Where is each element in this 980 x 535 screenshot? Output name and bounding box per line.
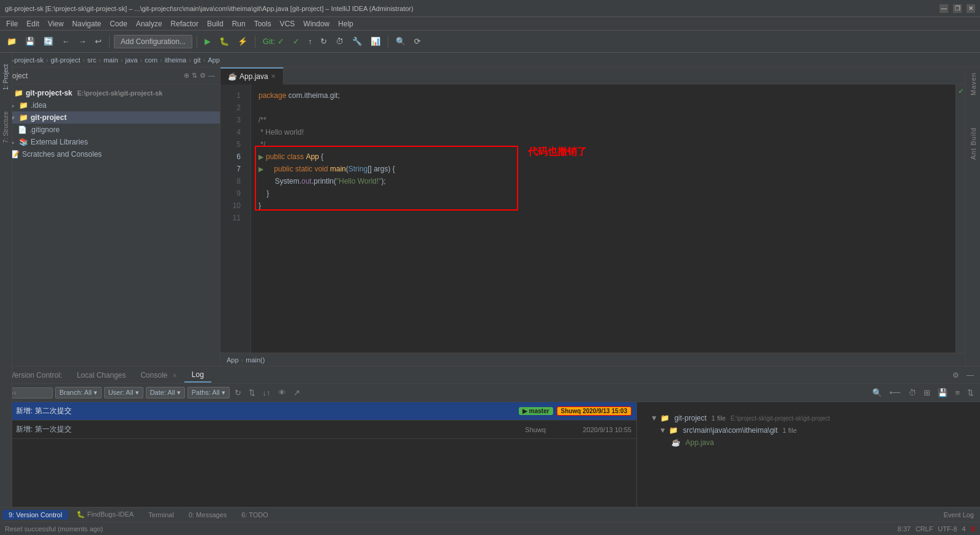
vc-search2-btn[interactable]: 🔍 — [870, 387, 884, 398]
subdir-icon: 📁 — [669, 426, 678, 435]
bc-main[interactable]: main — [104, 56, 118, 64]
vc-grid-btn[interactable]: ⊞ — [921, 387, 933, 398]
line-num-1: 1 — [221, 89, 244, 102]
vc-clock-btn[interactable]: ⏱ — [906, 387, 919, 398]
git-update-btn[interactable]: ↻ — [317, 35, 330, 48]
commit-row-2[interactable]: 新增: 第一次提交 Shuwq 2020/9/13 10:55 — [0, 421, 636, 439]
add-icon[interactable]: ⊕ — [184, 72, 189, 80]
tab-messages[interactable]: 0: Messages — [183, 510, 233, 520]
toolbar-revert-btn[interactable]: ↩ — [92, 35, 105, 48]
bc-app[interactable]: App — [208, 56, 220, 64]
toolbar-open-btn[interactable]: 📁 — [4, 35, 20, 48]
detail-subdir-item[interactable]: ▼ 📁 src\main\java\com\itheima\git 1 file — [647, 424, 970, 436]
detail-project-item[interactable]: ▼ 📁 git-project 1 file E:\project-sk\git… — [647, 412, 970, 424]
menu-view[interactable]: View — [44, 18, 67, 29]
toolbar-back-btn[interactable]: ← — [59, 35, 73, 48]
vc-prev-btn[interactable]: ≡ — [952, 387, 962, 398]
tree-item-root[interactable]: ▼ 📁 git-project-sk E:\project-sk\git-pro… — [0, 87, 220, 99]
vc-tab-local-changes[interactable]: Local Changes — [69, 369, 133, 382]
far-right-strip: Maven Ant Build — [965, 67, 980, 366]
vc-refresh-btn[interactable]: ↻ — [232, 387, 244, 398]
tree-item-gitignore[interactable]: 📄 .gitignore — [0, 124, 220, 136]
bc-java[interactable]: java — [125, 56, 137, 64]
menu-analyze[interactable]: Analyze — [132, 18, 166, 29]
eb-app[interactable]: App — [227, 356, 239, 364]
menu-code[interactable]: Code — [106, 18, 131, 29]
tab-terminal[interactable]: Terminal — [142, 510, 180, 520]
close-button[interactable]: ✕ — [967, 4, 975, 13]
search-btn[interactable]: 🔍 — [393, 35, 409, 48]
minimize-button[interactable]: — — [940, 4, 948, 13]
git-check-btn[interactable]: ✓ — [290, 35, 303, 48]
tree-item-ext-libs[interactable]: ▶ 📚 External Libraries — [0, 136, 220, 148]
add-configuration-button[interactable]: Add Configuration... — [114, 35, 192, 48]
event-log-btn[interactable]: Event Log — [940, 510, 978, 520]
tab-findbugs[interactable]: 🐛 FindBugs-IDEA — [70, 509, 140, 520]
project-side-label[interactable]: 1: Project — [0, 53, 12, 102]
tree-item-idea[interactable]: ▶ 📁 .idea — [0, 99, 220, 111]
vc-expand-btn[interactable]: ⇅ — [965, 387, 976, 398]
date-filter[interactable]: Date: All ▾ — [146, 387, 185, 398]
vc-minimize-icon[interactable]: — — [963, 370, 978, 381]
git-tool2-btn[interactable]: 📊 — [368, 35, 383, 48]
sync2-btn[interactable]: ⟳ — [411, 35, 424, 48]
vc-sort-btn[interactable]: ↓↑ — [260, 387, 273, 398]
tree-item-scratches[interactable]: 📝 Scratches and Consoles — [0, 148, 220, 160]
menu-window[interactable]: Window — [300, 18, 333, 29]
toolbar-save-btn[interactable]: 💾 — [22, 35, 38, 48]
debug-button[interactable]: 🐛 — [216, 35, 232, 48]
run-with-coverage-btn[interactable]: ⚡ — [235, 35, 251, 48]
menu-edit[interactable]: Edit — [23, 18, 43, 29]
git-push-btn[interactable]: ↑ — [305, 35, 315, 48]
bc-git-project[interactable]: git-project — [51, 56, 80, 64]
maven-label[interactable]: Maven — [970, 72, 977, 95]
menu-run[interactable]: Run — [228, 18, 249, 29]
hide-icon[interactable]: — — [208, 72, 215, 80]
bc-itheima[interactable]: itheima — [165, 56, 186, 64]
menu-help[interactable]: Help — [334, 18, 357, 29]
settings-icon[interactable]: ⚙ — [200, 72, 206, 80]
eb-main[interactable]: main() — [246, 356, 265, 364]
git-tool1-btn[interactable]: 🔧 — [349, 35, 365, 48]
vc-fetch-btn[interactable]: ⇅ — [246, 387, 258, 398]
user-filter[interactable]: User: All ▾ — [104, 387, 143, 398]
commit-row-1[interactable]: 新增: 第二次提交 ▶ master Shuwq 2020/9/13 15:03 — [0, 402, 636, 421]
menu-tools[interactable]: Tools — [251, 18, 275, 29]
menu-vcs[interactable]: VCS — [276, 18, 299, 29]
git-status-btn[interactable]: Git: ✓ — [260, 35, 287, 48]
tab-app-java[interactable]: ☕ App.java ✕ — [221, 67, 284, 84]
menu-navigate[interactable]: Navigate — [69, 18, 105, 29]
bc-com[interactable]: com — [145, 56, 157, 64]
vc-gear-icon[interactable]: ⚙ — [949, 370, 963, 381]
git-history-btn[interactable]: ⏱ — [333, 35, 347, 48]
menu-file[interactable]: File — [2, 18, 21, 29]
bc-git[interactable]: git — [194, 56, 201, 64]
vc-tab-console[interactable]: Console ✕ — [133, 369, 184, 382]
vc-eye-btn[interactable]: 👁 — [276, 387, 288, 398]
bc-src[interactable]: src — [88, 56, 97, 64]
idea-folder-icon: 📁 — [18, 100, 28, 110]
console-close[interactable]: ✕ — [172, 372, 177, 379]
vc-export-btn[interactable]: ↗ — [291, 387, 303, 398]
menu-refactor[interactable]: Refactor — [167, 18, 202, 29]
menu-build[interactable]: Build — [203, 18, 227, 29]
detail-file-item[interactable]: ☕ App.java — [647, 436, 970, 449]
sort-icon[interactable]: ⇅ — [192, 72, 197, 80]
restore-button[interactable]: ❐ — [953, 4, 962, 13]
tree-item-git-project[interactable]: ▼ 📁 git-project — [0, 111, 220, 124]
tab-close-btn[interactable]: ✕ — [271, 73, 276, 80]
line-num-3: 3 — [221, 114, 244, 126]
run-button[interactable]: ▶ — [202, 35, 214, 48]
branch-filter[interactable]: Branch: All ▾ — [55, 387, 102, 398]
toolbar-sync-btn[interactable]: 🔄 — [40, 35, 56, 48]
paths-filter[interactable]: Paths: All ▾ — [187, 387, 230, 398]
ant-build-label[interactable]: Ant Build — [970, 127, 977, 160]
vc-save-btn[interactable]: 💾 — [935, 387, 950, 398]
tab-todo[interactable]: 6: TODO — [235, 510, 274, 520]
vc-undo-btn[interactable]: ⟵ — [887, 387, 903, 398]
code-content[interactable]: package com.itheima.git; /** * Hello wor… — [251, 84, 956, 353]
toolbar-forward-btn[interactable]: → — [75, 35, 89, 48]
tab-version-control[interactable]: 9: Version Control — [2, 510, 68, 520]
structure-label[interactable]: 7: Structure — [1, 107, 10, 148]
vc-tab-log[interactable]: Log — [184, 368, 211, 383]
